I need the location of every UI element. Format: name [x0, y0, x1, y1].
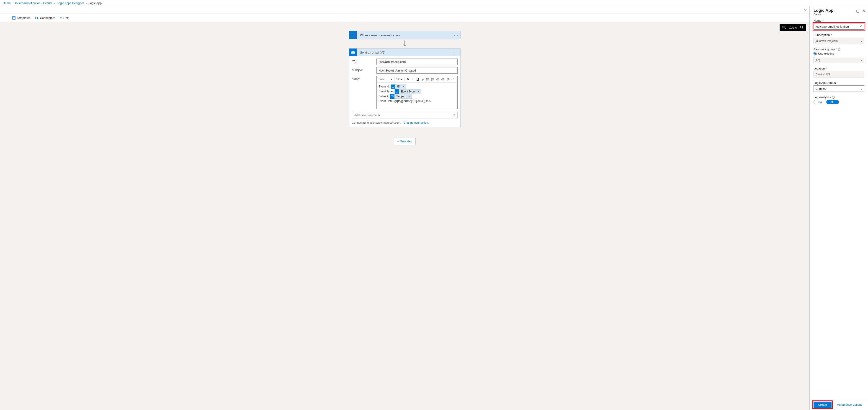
- email-action-card: Send an email (V2) ··· *To *Subject: [349, 48, 461, 127]
- token-event-type[interactable]: Event Type ✕: [395, 89, 421, 94]
- log-analytics-toggle[interactable]: On Off: [813, 100, 839, 104]
- numbered-list-button[interactable]: 123: [431, 77, 435, 82]
- event-grid-icon: [349, 31, 357, 39]
- add-parameter-dropdown[interactable]: Add new parameter ▽: [352, 112, 458, 119]
- resource-group-label: Resource group*i: [813, 48, 864, 51]
- token-remove-icon[interactable]: ✕: [416, 90, 421, 94]
- breadcrumb-designer[interactable]: Logic Apps Designer: [57, 1, 84, 5]
- subscription-select[interactable]: jalichwa Projects ⌄: [813, 38, 864, 44]
- breadcrumb-current: Logic App: [89, 1, 102, 5]
- font-select[interactable]: Font▼: [378, 77, 393, 81]
- chevron-down-icon: ⌄: [861, 40, 862, 42]
- create-panel: Logic App Create ▢ ✕ Name* logicapp-emai…: [810, 6, 868, 410]
- chevron-down-icon: ⌄: [861, 73, 862, 75]
- token-subject[interactable]: Subject ✕: [390, 94, 412, 99]
- svg-text:3: 3: [431, 80, 432, 81]
- underline-button[interactable]: U: [415, 77, 420, 82]
- body-content[interactable]: Event Id: ID ✕ Ev: [377, 83, 457, 109]
- status-select[interactable]: Enabled ⌄: [813, 86, 864, 92]
- use-existing-radio[interactable]: Use existing: [813, 52, 864, 55]
- restore-icon[interactable]: ▢: [856, 9, 860, 13]
- to-label: *To: [352, 59, 375, 63]
- trigger-menu-icon[interactable]: ···: [452, 33, 460, 37]
- zoom-level: 100%: [789, 26, 797, 29]
- body-editor: Font▼ 12▼ B I U: [376, 76, 458, 109]
- designer-toolbar: Templates Connectors ? Help: [0, 14, 809, 22]
- flow-arrow-icon: [349, 39, 461, 48]
- bold-button[interactable]: B: [405, 77, 410, 82]
- close-icon[interactable]: ✕: [862, 9, 865, 13]
- bulleted-list-button[interactable]: [426, 77, 430, 82]
- token-remove-icon[interactable]: ✕: [401, 85, 406, 89]
- name-label: Name*: [813, 19, 864, 22]
- resource-group-select[interactable]: jl-rg ⌄: [813, 57, 864, 63]
- title-strip: ✕: [0, 6, 809, 14]
- breadcrumb: Home › kv-emailnotification - Events › L…: [0, 0, 868, 6]
- svg-point-7: [426, 78, 427, 78]
- outlook-icon: [349, 49, 357, 56]
- svg-rect-2: [36, 17, 38, 19]
- chevron-down-icon: ⌄: [861, 88, 862, 90]
- email-card-header[interactable]: Send an email (V2) ···: [349, 49, 460, 56]
- outdent-button[interactable]: [435, 77, 440, 82]
- body-label: *Body: [352, 76, 375, 81]
- font-size-select[interactable]: 12▼: [395, 77, 403, 81]
- token-id[interactable]: ID ✕: [391, 85, 406, 89]
- designer-main: ✕ Templates Connectors ? Help 100%: [0, 6, 810, 410]
- chevron-right-icon: ›: [12, 1, 13, 5]
- code-view-button[interactable]: [451, 77, 455, 82]
- italic-button[interactable]: I: [410, 77, 415, 82]
- svg-rect-15: [391, 96, 393, 97]
- subject-input[interactable]: [376, 67, 458, 73]
- panel-subtitle: Create: [813, 13, 864, 16]
- zoom-control: 100%: [780, 24, 806, 31]
- svg-point-9: [426, 80, 427, 81]
- email-card-title: Send an email (V2): [357, 51, 452, 54]
- create-button[interactable]: Create: [813, 402, 832, 408]
- templates-button[interactable]: Templates: [12, 16, 30, 20]
- subscription-label: Subscription*: [813, 33, 864, 37]
- connectors-button[interactable]: Connectors: [35, 16, 55, 20]
- designer-canvas[interactable]: 100% When a resource event occurs ···: [0, 22, 809, 410]
- templates-icon: [12, 17, 16, 20]
- name-input[interactable]: logicapp-emailnotification: [813, 23, 864, 30]
- trigger-card[interactable]: When a resource event occurs ···: [349, 31, 461, 39]
- connection-info: Connected to jalichwa@microsoft.com. Cha…: [352, 121, 458, 124]
- change-connection-link[interactable]: Change connection.: [404, 121, 429, 124]
- connectors-icon: [35, 17, 38, 20]
- to-input[interactable]: [376, 59, 458, 65]
- breadcrumb-home[interactable]: Home: [3, 1, 11, 5]
- chevron-down-icon: ⌄: [861, 59, 862, 61]
- color-button[interactable]: [421, 77, 425, 82]
- svg-point-8: [426, 79, 427, 80]
- help-button[interactable]: ? Help: [60, 16, 69, 20]
- zoom-in-icon[interactable]: [782, 26, 786, 30]
- email-menu-icon[interactable]: ···: [452, 51, 460, 55]
- svg-rect-1: [12, 17, 15, 17]
- breadcrumb-kv-events[interactable]: kv-emailnotification - Events: [15, 1, 52, 5]
- info-icon[interactable]: i: [838, 48, 840, 51]
- link-button[interactable]: [445, 77, 450, 82]
- location-label: Location*: [813, 67, 864, 70]
- trigger-title: When a resource event occurs: [357, 33, 452, 37]
- subject-label: *Subject: [352, 67, 375, 72]
- log-analytics-label: Log Analyticsi: [813, 95, 864, 99]
- info-icon[interactable]: i: [832, 96, 835, 99]
- svg-rect-13: [392, 86, 394, 88]
- token-remove-icon[interactable]: ✕: [407, 94, 411, 99]
- chevron-right-icon: ›: [86, 1, 87, 5]
- new-step-button[interactable]: + New step: [394, 138, 415, 145]
- chevron-down-icon: ▽: [453, 114, 455, 116]
- chevron-right-icon: ›: [54, 1, 55, 5]
- indent-button[interactable]: [440, 77, 445, 82]
- close-icon[interactable]: ✕: [804, 8, 807, 13]
- status-label: Logic App Status: [813, 81, 864, 85]
- location-select[interactable]: Central US ⌄: [813, 71, 864, 77]
- zoom-out-icon[interactable]: [800, 26, 804, 30]
- automation-options-link[interactable]: Automation options: [837, 403, 862, 406]
- help-icon: ?: [60, 16, 62, 20]
- svg-rect-14: [396, 91, 398, 92]
- rte-toolbar: Font▼ 12▼ B I U: [377, 76, 457, 83]
